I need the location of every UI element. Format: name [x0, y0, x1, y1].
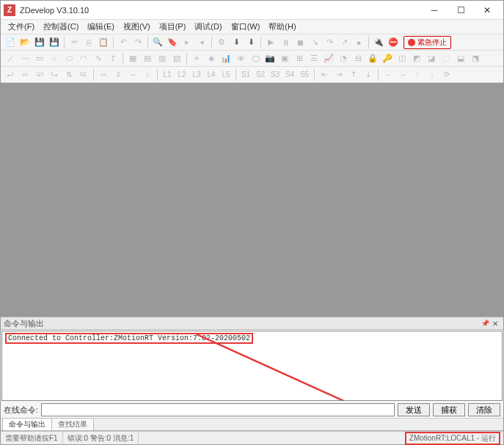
align-center-icon[interactable]: ⬄ [18, 68, 32, 81]
widget2-icon[interactable]: ◩ [410, 52, 423, 65]
pin-icon[interactable]: 📌 [480, 318, 490, 328]
align-top-icon[interactable]: ⮑ [48, 68, 61, 81]
nudge-left-icon[interactable]: ← [381, 68, 395, 81]
axis-icon[interactable]: ⌖ [190, 52, 203, 65]
guide-s2[interactable]: S2 [254, 68, 267, 81]
widget1-icon[interactable]: ◫ [395, 52, 409, 65]
menu-debug[interactable]: 调试(D) [190, 20, 226, 34]
minimize-button[interactable]: ─ [421, 1, 448, 19]
lock-icon[interactable]: 🔒 [366, 52, 379, 65]
menu-controller[interactable]: 控制器(C) [39, 20, 83, 34]
text-tool-icon[interactable]: T [106, 52, 120, 65]
list-icon[interactable]: ☰ [307, 52, 321, 65]
bookmark-prev-icon[interactable]: ◂ [195, 36, 208, 49]
panel2-icon[interactable]: ▥ [156, 52, 169, 65]
nudge-down-icon[interactable]: ↓ [426, 68, 439, 81]
close-button[interactable]: ✕ [474, 1, 500, 19]
align-bottom-icon[interactable]: ⮓ [77, 68, 90, 81]
bookmark-next-icon[interactable]: ▸ [180, 36, 194, 49]
table-icon[interactable]: ⊞ [293, 52, 306, 65]
tab-cmd-output[interactable]: 命令与输出 [2, 418, 52, 430]
guide-s4[interactable]: S4 [283, 68, 296, 81]
guide-s5[interactable]: S5 [298, 68, 311, 81]
bookmark-icon[interactable]: 🔖 [166, 36, 179, 49]
align-left-icon[interactable]: ⮐ [4, 68, 17, 81]
widget3-icon[interactable]: ◪ [425, 52, 438, 65]
step-into-icon[interactable]: ↘ [308, 36, 321, 49]
widget4-icon[interactable]: ⬚ [439, 52, 453, 65]
slider-icon[interactable]: ⊟ [351, 52, 365, 65]
run-icon[interactable]: ▶ [264, 36, 277, 49]
cut-icon[interactable]: ✂ [67, 36, 81, 49]
undo-icon[interactable]: ↶ [117, 36, 130, 49]
pause-icon[interactable]: ⏸ [279, 36, 292, 49]
panel-close-icon[interactable]: ✕ [490, 318, 500, 328]
open-folder-icon[interactable]: 📂 [18, 36, 32, 49]
widget6-icon[interactable]: ⬔ [469, 52, 482, 65]
move-down-icon[interactable]: ⤓ [362, 68, 375, 81]
move-right-icon[interactable]: ⇥ [332, 68, 346, 81]
terminal-icon[interactable]: ▣ [278, 52, 291, 65]
dist-v-icon[interactable]: ⇳ [112, 68, 125, 81]
nudge-up-icon[interactable]: ↑ [411, 68, 424, 81]
guide-l4[interactable]: L4 [205, 68, 218, 81]
emergency-stop-button[interactable]: 紧急停止 [403, 36, 451, 49]
circle-tool-icon[interactable]: ○ [48, 52, 61, 65]
disconnect-icon[interactable]: ⛔ [387, 36, 400, 49]
chart-icon[interactable]: 📈 [322, 52, 335, 65]
ellipse-tool-icon[interactable]: ⬭ [62, 52, 76, 65]
camera-icon[interactable]: 📷 [263, 52, 277, 65]
send-button[interactable]: 发送 [398, 403, 430, 416]
nudge-right-icon[interactable]: → [396, 68, 409, 81]
panel3-icon[interactable]: ▧ [170, 52, 183, 65]
menu-help[interactable]: 帮助(H) [264, 20, 300, 34]
output-textarea[interactable]: Connected to Controller:ZMotionRT Versio… [1, 331, 503, 401]
arc-tool-icon[interactable]: ◠ [77, 52, 90, 65]
same-width-icon[interactable]: ↔ [126, 68, 139, 81]
rect-tool-icon[interactable]: ▭ [33, 52, 46, 65]
guide-l5[interactable]: L5 [219, 68, 233, 81]
watch-icon[interactable]: 👁 [234, 52, 247, 65]
menu-file[interactable]: 文件(F) [4, 20, 39, 34]
scope-icon[interactable]: 📊 [219, 52, 233, 65]
menu-edit[interactable]: 编辑(E) [83, 20, 119, 34]
new-file-icon[interactable]: 📄 [4, 36, 17, 49]
panel1-icon[interactable]: ▤ [141, 52, 154, 65]
step-out-icon[interactable]: ↗ [337, 36, 351, 49]
menu-project[interactable]: 项目(P) [155, 20, 191, 34]
download-icon[interactable]: ⬇ [230, 36, 243, 49]
guide-l2[interactable]: L2 [175, 68, 189, 81]
guide-s1[interactable]: S1 [239, 68, 252, 81]
online-cmd-input[interactable] [41, 403, 395, 416]
save-icon[interactable]: 💾 [33, 36, 46, 49]
gauge-icon[interactable]: ◔ [337, 52, 350, 65]
align-right-icon[interactable]: ⮒ [33, 68, 46, 81]
tab-find-results[interactable]: 查找结果 [51, 418, 94, 430]
curve-tool-icon[interactable]: ∿ [92, 52, 105, 65]
find-icon[interactable]: 🔍 [151, 36, 164, 49]
same-height-icon[interactable]: ↕ [141, 68, 154, 81]
key-icon[interactable]: 🔑 [381, 52, 394, 65]
guide-s3[interactable]: S3 [269, 68, 282, 81]
rotate-icon[interactable]: ⟳ [440, 68, 453, 81]
capture-button[interactable]: 捕获 [433, 403, 465, 416]
widget5-icon[interactable]: ⬓ [454, 52, 467, 65]
io-icon[interactable]: ◈ [205, 52, 218, 65]
breakpoint-icon[interactable]: ● [352, 36, 365, 49]
move-up-icon[interactable]: ⤒ [347, 68, 360, 81]
grid-icon[interactable]: ▦ [126, 52, 139, 65]
redo-icon[interactable]: ↷ [131, 36, 145, 49]
paste-icon[interactable]: 📋 [97, 36, 110, 49]
connect-icon[interactable]: 🔌 [372, 36, 385, 49]
save-all-icon[interactable]: 💾 [48, 36, 61, 49]
compile-icon[interactable]: ⚙ [215, 36, 228, 49]
step-over-icon[interactable]: ↷ [323, 36, 336, 49]
stop-icon[interactable]: ⏹ [293, 36, 307, 49]
polyline-tool-icon[interactable]: 〰 [18, 52, 32, 65]
menu-view[interactable]: 视图(V) [119, 20, 155, 34]
guide-l1[interactable]: L1 [161, 68, 174, 81]
align-middle-icon[interactable]: ⇅ [62, 68, 76, 81]
move-left-icon[interactable]: ⇤ [318, 68, 331, 81]
clear-button[interactable]: 清除 [468, 403, 500, 416]
maximize-button[interactable]: ☐ [448, 1, 474, 19]
